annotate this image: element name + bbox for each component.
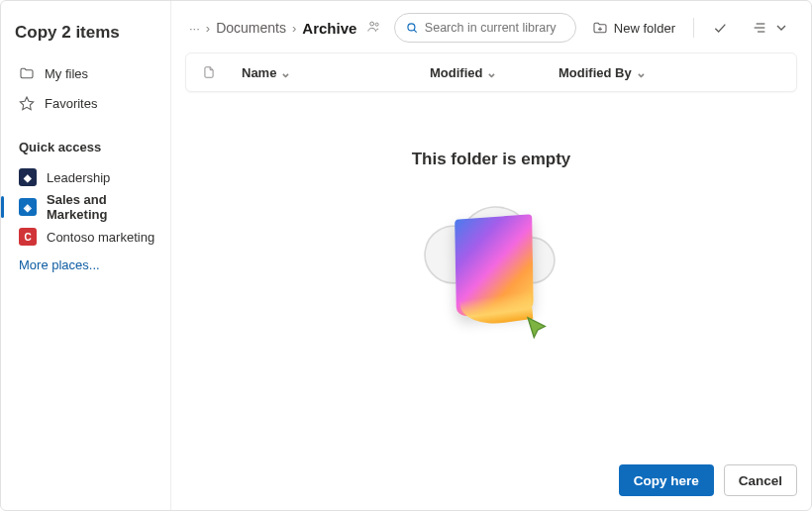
sidebar: Copy 2 items My files Favorites Quick ac… — [1, 1, 171, 510]
quick-access-label: Sales and Marketing — [47, 192, 156, 222]
group-icon — [366, 19, 381, 37]
dialog-title: Copy 2 items — [13, 19, 162, 58]
chevron-down-icon: ⌄ — [280, 65, 291, 80]
empty-state: This folder is empty — [171, 92, 811, 453]
checkmark-icon — [712, 20, 728, 36]
chevron-right-icon: › — [206, 21, 210, 36]
dialog-footer: Copy here Cancel — [171, 453, 811, 510]
chevron-down-icon: ⌄ — [636, 65, 647, 80]
new-folder-icon — [592, 20, 608, 36]
more-places-link[interactable]: More places... — [13, 252, 162, 278]
quick-access-label: Quick access — [13, 118, 162, 162]
search-input[interactable] — [425, 21, 563, 35]
quick-access-label: Leadership — [47, 170, 110, 185]
column-type-icon[interactable] — [202, 64, 242, 80]
main-panel: ··· › Documents › Archive New folder — [171, 1, 811, 510]
column-header-name[interactable]: Name ⌄ — [242, 65, 430, 80]
chevron-down-icon — [773, 20, 789, 36]
toolbar-divider — [693, 18, 694, 38]
quick-access-item-contoso[interactable]: C Contoso marketing — [13, 222, 162, 252]
cursor-icon — [523, 314, 553, 344]
site-badge-icon: ◆ — [19, 168, 37, 186]
quick-access-item-sales-marketing[interactable]: ◈ Sales and Marketing — [13, 192, 162, 222]
colorful-document-icon — [455, 214, 534, 316]
sidebar-item-favorites[interactable]: Favorites — [13, 88, 162, 118]
folder-icon — [19, 65, 35, 81]
new-folder-button[interactable]: New folder — [584, 13, 683, 43]
quick-access-item-leadership[interactable]: ◆ Leadership — [13, 162, 162, 192]
star-icon — [19, 95, 35, 111]
chevron-down-icon: ⌄ — [486, 65, 497, 80]
search-icon — [405, 21, 419, 35]
svg-point-1 — [370, 22, 374, 26]
svg-line-4 — [414, 30, 417, 33]
sidebar-item-label: My files — [45, 66, 88, 81]
sidebar-item-label: Favorites — [45, 96, 97, 111]
breadcrumb-item-archive[interactable]: Archive — [302, 20, 356, 37]
list-view-icon — [752, 20, 767, 36]
breadcrumb: ··· › Documents › Archive — [189, 19, 386, 37]
breadcrumb-overflow[interactable]: ··· — [189, 21, 200, 36]
sidebar-nav: My files Favorites — [13, 58, 162, 118]
copy-items-dialog: Copy 2 items My files Favorites Quick ac… — [0, 0, 812, 511]
sidebar-item-my-files[interactable]: My files — [13, 58, 162, 88]
dialog-body: Copy 2 items My files Favorites Quick ac… — [1, 1, 811, 510]
view-options-button[interactable] — [744, 13, 797, 43]
column-header-modified-by[interactable]: Modified By ⌄ — [558, 65, 780, 80]
file-list: Name ⌄ Modified ⌄ Modified By ⌄ — [185, 52, 797, 92]
breadcrumb-item-documents[interactable]: Documents — [216, 20, 286, 36]
empty-state-title: This folder is empty — [412, 150, 571, 169]
svg-point-3 — [408, 24, 415, 31]
quick-access-label: Contoso marketing — [47, 230, 154, 245]
cancel-button[interactable]: Cancel — [724, 464, 797, 496]
search-box[interactable] — [394, 13, 576, 43]
copy-here-button[interactable]: Copy here — [619, 464, 714, 496]
column-header-modified[interactable]: Modified ⌄ — [430, 65, 558, 80]
checkmark-button[interactable] — [704, 13, 736, 43]
quick-access-list: ◆ Leadership ◈ Sales and Marketing C Con… — [13, 162, 162, 252]
svg-marker-0 — [20, 97, 33, 110]
empty-state-illustration — [412, 187, 570, 346]
document-icon — [202, 64, 216, 80]
new-folder-label: New folder — [614, 21, 675, 36]
svg-point-2 — [376, 23, 379, 26]
toolbar: ··· › Documents › Archive New folder — [171, 1, 811, 52]
table-header: Name ⌄ Modified ⌄ Modified By ⌄ — [185, 52, 797, 92]
site-badge-icon: C — [19, 228, 37, 246]
site-badge-icon: ◈ — [19, 198, 37, 216]
chevron-right-icon: › — [292, 21, 296, 36]
